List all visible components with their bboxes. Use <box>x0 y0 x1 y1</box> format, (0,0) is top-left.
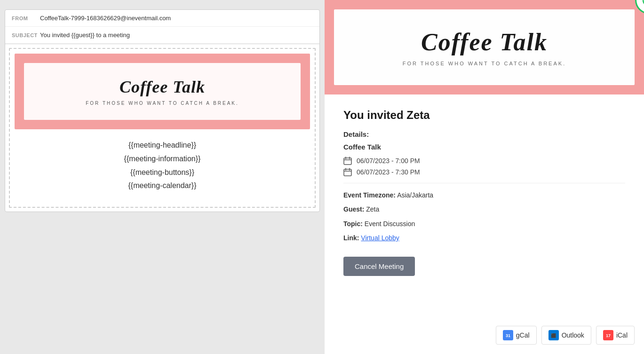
guest-label: Guest: <box>343 205 364 213</box>
right-panel: Coffee Talk FOR THOSE WHO WANT TO CATCH … <box>325 0 644 354</box>
from-row: FROM CoffeeTalk-7999-1683626629@ineventm… <box>5 10 319 27</box>
svg-rect-2 <box>344 169 351 176</box>
email-header: FROM CoffeeTalk-7999-1683626629@ineventm… <box>5 10 319 44</box>
email-banner-title: Coffee Talk <box>33 77 291 97</box>
outlook-svg: ⬛ <box>550 331 557 339</box>
start-date-row: 06/07/2023 - 7:00 PM <box>343 157 625 165</box>
timezone-label: Event Timezone: <box>343 191 396 199</box>
details-label: Details: <box>343 130 625 138</box>
cancel-meeting-button[interactable]: Cancel Meeting <box>343 257 415 276</box>
virtual-lobby-link[interactable]: Virtual Lobby <box>361 234 399 242</box>
svg-text:31: 31 <box>506 333 510 338</box>
outlook-icon: ⬛ <box>549 330 559 340</box>
arrow-container <box>635 0 644 14</box>
svg-text:17: 17 <box>606 333 611 338</box>
gcal-label: gCal <box>516 331 530 339</box>
right-banner: Coffee Talk FOR THOSE WHO WANT TO CATCH … <box>325 0 644 94</box>
svg-rect-1 <box>344 158 351 165</box>
email-banner-subtitle: FOR THOSE WHO WANT TO CATCH A BREAK. <box>33 101 291 106</box>
subject-row: SUBJECT You invited {{guest}} to a meeti… <box>5 27 319 44</box>
left-panel: FROM CoffeeTalk-7999-1683626629@ineventm… <box>0 0 325 354</box>
guest-value: Zeta <box>366 205 379 213</box>
subject-value: You invited {{guest}} to a meeting <box>40 31 130 39</box>
ical-label: iCal <box>616 331 628 339</box>
separator <box>343 183 625 183</box>
gcal-svg: 31 <box>504 331 512 339</box>
ical-button[interactable]: 17 iCal <box>596 326 635 345</box>
timezone-row: Event Timezone: Asia/Jakarta <box>343 190 625 200</box>
arrow-circle <box>635 0 644 14</box>
gcal-icon: 31 <box>503 330 513 340</box>
link-label: Link: <box>343 234 359 242</box>
topic-label: Topic: <box>343 220 363 228</box>
invited-title: You invited Zeta <box>343 109 625 122</box>
subject-label: SUBJECT <box>12 32 40 38</box>
email-body: Coffee Talk FOR THOSE WHO WANT TO CATCH … <box>9 48 316 208</box>
right-banner-inner: Coffee Talk FOR THOSE WHO WANT TO CATCH … <box>334 9 635 85</box>
email-banner-inner: Coffee Talk FOR THOSE WHO WANT TO CATCH … <box>24 63 301 120</box>
from-label: FROM <box>12 16 40 21</box>
timezone-value: Asia/Jakarta <box>397 191 433 199</box>
topic-row: Topic: Event Discussion <box>343 219 625 229</box>
ical-icon: 17 <box>603 330 613 340</box>
template-buttons: {{meeting-buttons}} <box>24 166 301 180</box>
outlook-button[interactable]: ⬛ Outlook <box>541 326 591 345</box>
end-date-row: 06/07/2023 - 7:30 PM <box>343 168 625 176</box>
link-row: Link: Virtual Lobby <box>343 233 625 243</box>
svg-text:⬛: ⬛ <box>551 333 557 338</box>
meeting-name: Coffee Talk <box>343 143 625 151</box>
topic-value: Event Discussion <box>365 220 415 228</box>
calendar-start-icon <box>343 157 352 165</box>
template-headline: {{meeting-headline}} <box>24 139 301 152</box>
template-information: {{meeting-information}} <box>24 152 301 166</box>
ical-svg: 17 <box>604 331 612 339</box>
calendar-buttons: 31 gCal ⬛ Outlook 17 iCal <box>325 326 644 354</box>
start-date: 06/07/2023 - 7:00 PM <box>357 157 420 165</box>
email-banner: Coffee Talk FOR THOSE WHO WANT TO CATCH … <box>15 54 310 129</box>
calendar-end-icon <box>343 168 352 176</box>
template-calendar: {{meeting-calendar}} <box>24 179 301 193</box>
from-value: CoffeeTalk-7999-1683626629@ineventmail.c… <box>40 15 171 22</box>
right-content: You invited Zeta Details: Coffee Talk 06… <box>325 94 644 321</box>
guest-row: Guest: Zeta <box>343 204 625 214</box>
email-template-vars: {{meeting-headline}} {{meeting-informati… <box>15 129 310 202</box>
outlook-label: Outlook <box>562 331 584 339</box>
email-container: FROM CoffeeTalk-7999-1683626629@ineventm… <box>5 9 320 212</box>
right-banner-title: Coffee Talk <box>348 28 620 56</box>
right-banner-subtitle: FOR THOSE WHO WANT TO CATCH A BREAK. <box>348 61 620 66</box>
end-date: 06/07/2023 - 7:30 PM <box>357 168 420 176</box>
gcal-button[interactable]: 31 gCal <box>496 326 537 345</box>
